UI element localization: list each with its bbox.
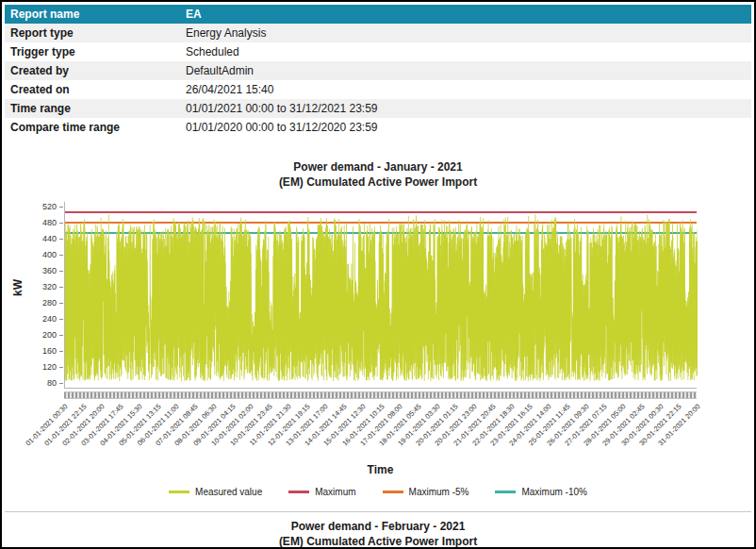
legend-label: Maximum -5% (409, 487, 469, 497)
field-value: EA (186, 8, 751, 21)
y-tick-label: 240 (42, 314, 57, 324)
y-tick-mark (59, 207, 63, 208)
next-chart-section: Power demand - February - 2021 (EM) Cumu… (5, 511, 751, 548)
legend-item-maximum: Maximum (288, 487, 355, 497)
y-tick-mark (59, 223, 63, 224)
legend-swatch-icon (169, 491, 189, 493)
legend-item-maximum-5: Maximum -5% (383, 487, 469, 497)
chart-title: Power demand - January - 2021 (2, 160, 754, 174)
legend-swatch-icon (495, 491, 516, 493)
report-metadata-table: Report name EA Report type Energy Analys… (5, 5, 751, 137)
y-tick-mark (59, 239, 63, 240)
y-tick-mark (59, 287, 63, 288)
report-row-created-by: Created by DefaultAdmin (5, 61, 751, 80)
chart-subtitle: (EM) Cumulated Active Power Import (2, 175, 754, 189)
next-chart-title: Power demand - February - 2021 (5, 520, 751, 533)
field-label: Compare time range (5, 121, 186, 134)
field-value: Energy Analysis (186, 26, 751, 40)
y-tick-label: 480 (42, 218, 57, 227)
report-page: Report name EA Report type Energy Analys… (0, 0, 756, 549)
y-tick-mark (59, 351, 63, 352)
y-tick-mark (59, 335, 63, 336)
threshold-line-maximum (65, 211, 697, 213)
legend-label: Maximum -10% (521, 487, 586, 497)
y-tick-label: 360 (42, 266, 57, 275)
legend-swatch-icon (383, 491, 403, 493)
field-label: Created on (5, 83, 186, 96)
legend-item-measured-value: Measured value (169, 487, 262, 497)
field-label: Report name (5, 8, 186, 21)
legend-label: Maximum (315, 487, 355, 497)
legend-swatch-icon (288, 491, 309, 493)
plot-area (64, 202, 697, 389)
field-label: Time range (5, 102, 186, 115)
y-tick-label: 520 (42, 202, 57, 211)
report-row-report-type: Report type Energy Analysis (5, 24, 751, 42)
field-value: 01/01/2020 00:00 to 31/12/2020 23:59 (186, 121, 751, 134)
report-row-report-name: Report name EA (5, 5, 751, 24)
field-value: DefaultAdmin (186, 64, 751, 77)
field-label: Created by (5, 64, 186, 77)
y-tick-label: 80 (47, 378, 57, 388)
next-chart-subtitle: (EM) Cumulated Active Power Import (5, 535, 751, 548)
field-label: Trigger type (5, 45, 186, 58)
x-axis-title: Time (64, 463, 697, 476)
y-tick-mark (59, 367, 63, 368)
legend-label: Measured value (195, 487, 262, 497)
y-tick-mark (59, 319, 63, 320)
legend-item-maximum-10: Maximum -10% (495, 487, 586, 497)
field-label: Report type (5, 26, 186, 40)
compare-series-band (64, 391, 697, 399)
y-tick-mark (59, 303, 63, 304)
report-row-created-on: Created on 26/04/2021 15:40 (5, 80, 751, 99)
y-tick-label: 120 (42, 362, 57, 372)
chart-legend: Measured valueMaximumMaximum -5%Maximum … (2, 487, 754, 497)
measured-series-canvas (65, 202, 698, 389)
y-tick-mark (59, 383, 63, 384)
y-tick-mark (59, 255, 63, 256)
y-axis-ticks: 52048044040036032028024020016012080 (25, 202, 58, 389)
field-value: 01/01/2021 00:00 to 31/12/2021 23:59 (186, 102, 751, 115)
y-tick-label: 160 (42, 346, 57, 356)
y-tick-label: 400 (42, 250, 57, 259)
field-value: Scheduled (186, 45, 751, 58)
y-tick-label: 440 (42, 234, 57, 243)
field-value: 26/04/2021 15:40 (186, 83, 751, 96)
report-row-trigger-type: Trigger type Scheduled (5, 42, 751, 61)
y-tick-label: 320 (42, 282, 57, 291)
y-tick-label: 200 (42, 330, 57, 340)
report-row-time-range: Time range 01/01/2021 00:00 to 31/12/202… (5, 99, 751, 118)
y-axis-label: kW (11, 279, 25, 296)
y-tick-mark (59, 271, 63, 272)
y-tick-label: 280 (42, 298, 57, 308)
report-row-compare-time-range: Compare time range 01/01/2020 00:00 to 3… (5, 118, 751, 137)
